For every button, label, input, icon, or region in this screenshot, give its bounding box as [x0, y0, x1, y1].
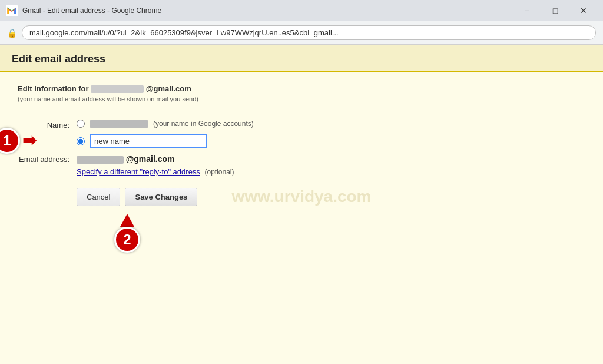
- edit-info-prefix: Edit information for: [18, 84, 89, 93]
- page-title: Edit email address: [12, 53, 591, 65]
- url-input[interactable]: mail.google.com/mail/u/0/?ui=2&ik=660253…: [22, 25, 596, 40]
- title-bar: Gmail - Edit email address - Google Chro…: [0, 0, 603, 21]
- edit-sub-info: (your name and email address will be sho…: [18, 95, 585, 102]
- blurred-email-part: [77, 156, 124, 164]
- close-button[interactable]: ✕: [570, 2, 597, 19]
- optional-text: (optional): [205, 168, 234, 176]
- cancel-button[interactable]: Cancel: [77, 188, 120, 206]
- name-section: Name: 1 ➡ (your name in Google accounts): [18, 120, 585, 151]
- button-row: Cancel Save Changes 2: [18, 188, 585, 206]
- email-label: Email address:: [18, 155, 77, 164]
- browser-content: Edit email address Edit information for …: [0, 45, 603, 364]
- email-section: Email address: @gmail.com: [18, 154, 585, 164]
- google-account-note: (your name in Google accounts): [153, 120, 254, 128]
- email-domain: @gmail.com: [126, 154, 175, 164]
- annotation-circle-2: 2: [114, 227, 140, 253]
- address-bar: 🔒 mail.google.com/mail/u/0/?ui=2&ik=6602…: [0, 21, 603, 45]
- edit-info-line: Edit information for @gmail.com: [18, 84, 585, 93]
- window-title: Gmail - Edit email address - Google Chro…: [22, 6, 513, 15]
- radio-new-name[interactable]: [77, 137, 85, 145]
- save-changes-button[interactable]: Save Changes: [125, 188, 197, 206]
- blurred-email: [91, 85, 144, 93]
- minimize-button[interactable]: −: [513, 2, 541, 19]
- radio-original-name[interactable]: [77, 120, 85, 128]
- lock-icon: 🔒: [7, 28, 17, 38]
- reply-to-link[interactable]: Specify a different "reply-to" address: [77, 167, 200, 176]
- email-value: @gmail.com: [77, 154, 175, 164]
- page-header: Edit email address: [0, 45, 603, 72]
- divider: [18, 110, 585, 110]
- radio-row-2: [77, 134, 254, 148]
- reply-to-section: Specify a different "reply-to" address (…: [18, 167, 585, 176]
- gmail-icon: [6, 5, 18, 16]
- maximize-button[interactable]: □: [542, 2, 569, 19]
- name-inputs: 1 ➡ (your name in Google accounts): [77, 120, 254, 151]
- content-area: Edit information for @gmail.com (your na…: [0, 72, 603, 218]
- window-controls: − □ ✕: [513, 2, 597, 19]
- radio-row-1: (your name in Google accounts): [77, 120, 254, 128]
- edit-info-email: @gmail.com: [146, 84, 191, 93]
- annotation-arrow-1: ➡: [22, 133, 36, 149]
- blurred-original-name: [90, 120, 148, 128]
- annotation-circle-1: 1: [0, 128, 20, 154]
- name-text-input[interactable]: [90, 134, 207, 148]
